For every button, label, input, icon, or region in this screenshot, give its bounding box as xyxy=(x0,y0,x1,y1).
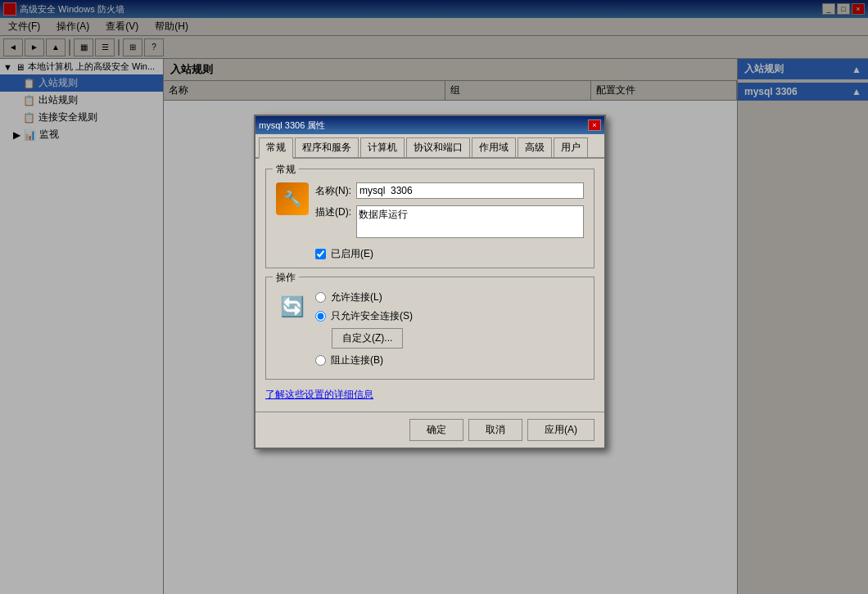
name-label: 名称(N): xyxy=(315,184,351,198)
tab-scope[interactable]: 作用域 xyxy=(472,137,516,157)
dialog-close-button[interactable]: × xyxy=(588,119,601,131)
desc-container: 数据库运行 xyxy=(356,205,584,241)
dialog-tabs: 常规 程序和服务 计算机 协议和端口 作用域 高级 用户 xyxy=(255,134,604,159)
allow-secure-row: 只允许安全连接(S) xyxy=(315,309,584,323)
allow-secure-label: 只允许安全连接(S) xyxy=(331,309,413,323)
block-connection-row: 阻止连接(B) xyxy=(315,353,584,367)
tab-users[interactable]: 用户 xyxy=(554,137,588,157)
dialog-content: 常规 🔧 名称(N): 描述(D): 数据库运行 xyxy=(255,159,604,412)
action-icon: 🔄 xyxy=(276,290,309,323)
enabled-row: 已启用(E) xyxy=(315,247,584,261)
name-row: 名称(N): xyxy=(315,182,584,199)
enabled-label: 已启用(E) xyxy=(331,247,373,261)
action-content: 🔄 允许连接(L) 只允许安全连接(S) 自定义(Z)... xyxy=(276,290,584,372)
desc-row: 描述(D): 数据库运行 xyxy=(315,205,584,241)
general-form: 名称(N): 描述(D): 数据库运行 已启用(E) xyxy=(315,182,584,261)
dialog-title-bar: mysql 3306 属性 × xyxy=(255,116,604,134)
tab-computers[interactable]: 计算机 xyxy=(360,137,405,157)
desc-label: 描述(D): xyxy=(315,205,351,219)
properties-dialog: mysql 3306 属性 × 常规 程序和服务 计算机 协议和端口 作用域 高… xyxy=(254,115,606,449)
ok-button[interactable]: 确定 xyxy=(409,419,463,441)
apply-button[interactable]: 应用(A) xyxy=(527,419,594,441)
action-group: 操作 🔄 允许连接(L) 只允许安全连接(S) xyxy=(265,277,594,380)
general-group-title: 常规 xyxy=(273,163,299,177)
allow-secure-radio[interactable] xyxy=(315,311,326,322)
dialog-footer: 确定 取消 应用(A) xyxy=(255,412,604,448)
tab-advanced[interactable]: 高级 xyxy=(518,137,552,157)
dialog-overlay: mysql 3306 属性 × 常规 程序和服务 计算机 协议和端口 作用域 高… xyxy=(0,0,868,594)
customize-button[interactable]: 自定义(Z)... xyxy=(332,328,403,349)
block-radio[interactable] xyxy=(315,355,326,366)
action-group-title: 操作 xyxy=(273,271,299,285)
general-group: 常规 🔧 名称(N): 描述(D): 数据库运行 xyxy=(265,169,594,268)
allow-radio[interactable] xyxy=(315,292,326,303)
action-options: 允许连接(L) 只允许安全连接(S) 自定义(Z)... 阻止连接(B) xyxy=(315,290,584,372)
learn-more-link[interactable]: 了解这些设置的详细信息 xyxy=(265,389,373,400)
dialog-title: mysql 3306 属性 xyxy=(259,119,325,132)
rule-icon: 🔧 xyxy=(276,182,309,215)
name-input[interactable] xyxy=(356,182,584,199)
allow-label: 允许连接(L) xyxy=(331,290,382,304)
learn-more-container: 了解这些设置的详细信息 xyxy=(265,388,594,402)
tab-general[interactable]: 常规 xyxy=(259,137,293,159)
desc-textarea[interactable]: 数据库运行 xyxy=(356,205,584,238)
enabled-checkbox[interactable] xyxy=(315,249,326,259)
tab-programs[interactable]: 程序和服务 xyxy=(295,137,359,157)
cancel-button[interactable]: 取消 xyxy=(468,419,522,441)
allow-connection-row: 允许连接(L) xyxy=(315,290,584,304)
block-label: 阻止连接(B) xyxy=(331,353,383,367)
customize-row: 自定义(Z)... xyxy=(332,328,584,349)
tab-protocol-port[interactable]: 协议和端口 xyxy=(406,137,470,157)
